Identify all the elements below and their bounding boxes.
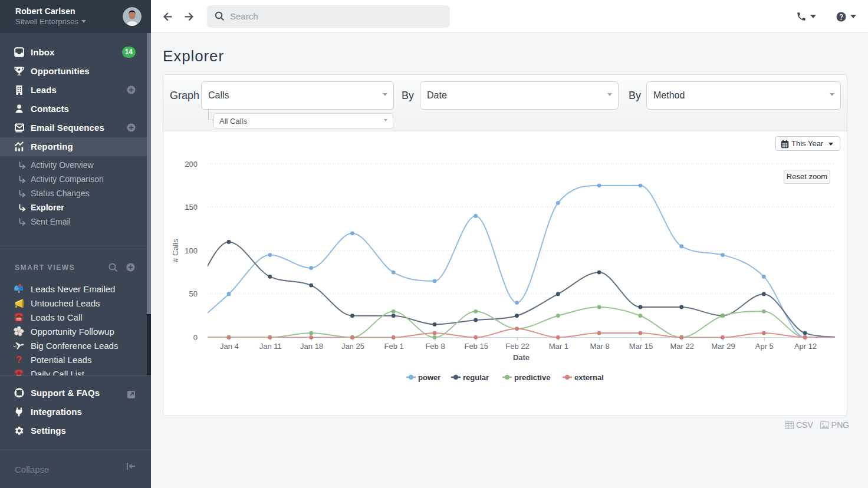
svg-text:Apr 12: Apr 12 <box>794 342 817 351</box>
svg-text:external: external <box>574 373 604 382</box>
svg-text:Feb 22: Feb 22 <box>505 342 529 351</box>
svg-text:50: 50 <box>189 289 198 298</box>
svg-text:Apr 5: Apr 5 <box>755 342 774 351</box>
svg-text:Mar 1: Mar 1 <box>549 342 568 351</box>
svg-text:Mar 8: Mar 8 <box>590 342 609 351</box>
svg-text:Mar 29: Mar 29 <box>711 342 735 351</box>
svg-text:Jan 4: Jan 4 <box>220 342 239 351</box>
svg-text:power: power <box>418 373 440 382</box>
svg-text:# Calls: # Calls <box>171 239 180 262</box>
svg-text:Feb 15: Feb 15 <box>464 342 488 351</box>
svg-text:Mar 22: Mar 22 <box>670 342 693 351</box>
svg-text:?: ? <box>16 354 22 365</box>
svg-text:Jan 25: Jan 25 <box>341 342 364 351</box>
svg-text:regular: regular <box>463 373 489 382</box>
svg-text:Jan 18: Jan 18 <box>300 342 323 351</box>
svg-text:100: 100 <box>185 246 198 255</box>
svg-text:Mar 15: Mar 15 <box>629 342 653 351</box>
svg-text:Date: Date <box>513 353 530 362</box>
svg-text:200: 200 <box>185 160 198 169</box>
svg-text:150: 150 <box>185 203 198 212</box>
svg-text:predictive: predictive <box>514 373 550 382</box>
svg-text:0: 0 <box>193 333 198 342</box>
svg-text:Jan 11: Jan 11 <box>259 342 282 351</box>
svg-text:Feb 8: Feb 8 <box>425 342 445 351</box>
svg-text:Feb 1: Feb 1 <box>384 342 404 351</box>
